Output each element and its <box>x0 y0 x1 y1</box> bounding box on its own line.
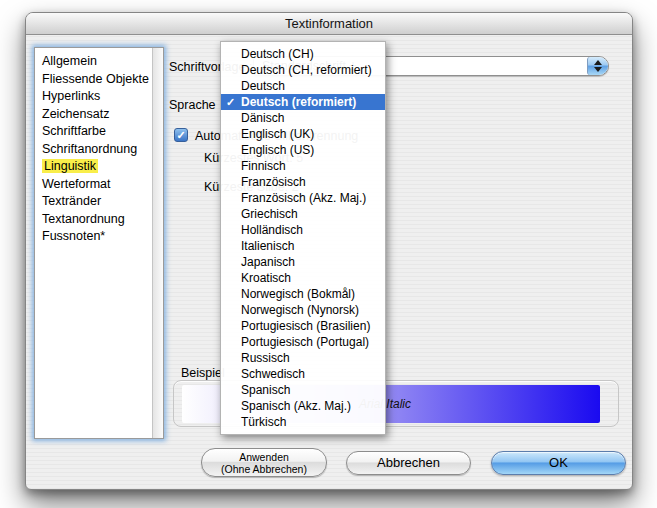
menu-item-griechisch[interactable]: Griechisch <box>221 206 385 222</box>
sidebar-item-allgemein[interactable]: Allgemein <box>35 53 163 71</box>
sidebar-item-hyperlinks[interactable]: Hyperlinks <box>35 88 163 106</box>
menu-item-daenisch[interactable]: Dänisch <box>221 110 385 126</box>
menu-item-spanisch[interactable]: Spanisch <box>221 382 385 398</box>
menu-item-japanisch[interactable]: Japanisch <box>221 254 385 270</box>
checkbox-check-icon: ✓ <box>176 129 185 141</box>
menu-item-deutsch-reformiert-selected[interactable]: ✓ Deutsch (reformiert) <box>221 94 385 110</box>
sidebar-scrollbar[interactable] <box>152 48 163 438</box>
menu-item-hollaendisch[interactable]: Holländisch <box>221 222 385 238</box>
menu-item-deutsch-ch-reformiert[interactable]: Deutsch (CH, reformiert) <box>221 62 385 78</box>
screen: Textinformation Allgemein Fliessende Obj… <box>0 0 657 508</box>
sidebar-item-textanordnung[interactable]: Textanordnung <box>35 211 163 229</box>
menu-item-tuerkisch[interactable]: Türkisch <box>221 414 385 430</box>
menu-item-russisch[interactable]: Russisch <box>221 350 385 366</box>
sidebar-item-schriftanordnung[interactable]: Schriftanordnung <box>35 141 163 159</box>
example-label: Beispiel <box>181 366 225 380</box>
cancel-button[interactable]: Abbrechen <box>346 451 471 475</box>
selected-category-highlight: Linguistik <box>42 159 98 173</box>
language-label: Sprache <box>169 98 216 112</box>
menu-item-englisch-us[interactable]: Englisch (US) <box>221 142 385 158</box>
menu-item-englisch-uk[interactable]: Englisch (UK) <box>221 126 385 142</box>
language-dropdown-menu: Deutsch (CH) Deutsch (CH, reformiert) De… <box>220 41 386 435</box>
window-title: Textinformation <box>285 16 373 31</box>
sidebar-item-zeichensatz[interactable]: Zeichensatz <box>35 106 163 124</box>
menu-item-deutsch-ch[interactable]: Deutsch (CH) <box>221 46 385 62</box>
menu-item-kroatisch[interactable]: Kroatisch <box>221 270 385 286</box>
sidebar-item-werteformat[interactable]: Werteformat <box>35 176 163 194</box>
category-list: Allgemein Fliessende Objekte Hyperlinks … <box>34 47 164 439</box>
popup-arrows-icon <box>587 57 608 75</box>
hyphenation-checkbox[interactable]: ✓ <box>174 128 188 142</box>
textinformation-dialog: Textinformation Allgemein Fliessende Obj… <box>25 12 633 490</box>
menu-item-portugiesisch-brasilien[interactable]: Portugiesisch (Brasilien) <box>221 318 385 334</box>
menu-item-franzoesisch[interactable]: Französisch <box>221 174 385 190</box>
menu-item-spanisch-akz-maj[interactable]: Spanisch (Akz. Maj.) <box>221 398 385 414</box>
menu-item-portugiesisch-portugal[interactable]: Portugiesisch (Portugal) <box>221 334 385 350</box>
sidebar-item-textraender[interactable]: Textränder <box>35 193 163 211</box>
title-bar[interactable]: Textinformation <box>26 13 632 35</box>
sidebar-item-fussnoten[interactable]: Fussnoten* <box>35 228 163 246</box>
menu-item-deutsch[interactable]: Deutsch <box>221 78 385 94</box>
menu-item-norwegisch-bokmal[interactable]: Norwegisch (Bokmål) <box>221 286 385 302</box>
menu-item-franzoesisch-akz-maj[interactable]: Französisch (Akz. Maj.) <box>221 190 385 206</box>
ok-button[interactable]: OK <box>491 451 626 475</box>
menu-item-norwegisch-nynorsk[interactable]: Norwegisch (Nynorsk) <box>221 302 385 318</box>
sidebar-item-linguistik[interactable]: Linguistik <box>35 158 163 176</box>
sidebar-item-schriftfarbe[interactable]: Schriftfarbe <box>35 123 163 141</box>
apply-button[interactable]: Anwenden (Ohne Abbrechen) <box>201 448 327 477</box>
sidebar-item-fliessende-objekte[interactable]: Fliessende Objekte <box>35 71 163 89</box>
menu-item-italienisch[interactable]: Italienisch <box>221 238 385 254</box>
menu-item-schwedisch[interactable]: Schwedisch <box>221 366 385 382</box>
menu-item-finnisch[interactable]: Finnisch <box>221 158 385 174</box>
checkmark-icon: ✓ <box>226 94 240 110</box>
